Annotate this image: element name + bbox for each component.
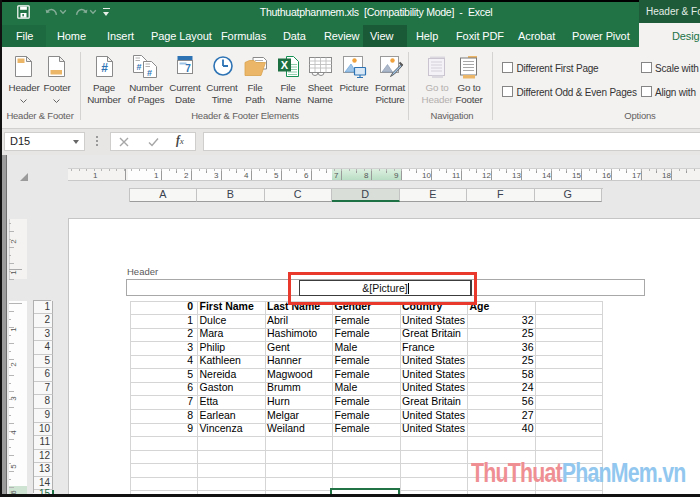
svg-text:#: # [136, 62, 141, 72]
svg-text:7: 7 [185, 63, 191, 74]
svg-text:#: # [101, 61, 108, 75]
svg-text:X: X [281, 59, 289, 71]
svg-text:#: # [147, 68, 152, 78]
